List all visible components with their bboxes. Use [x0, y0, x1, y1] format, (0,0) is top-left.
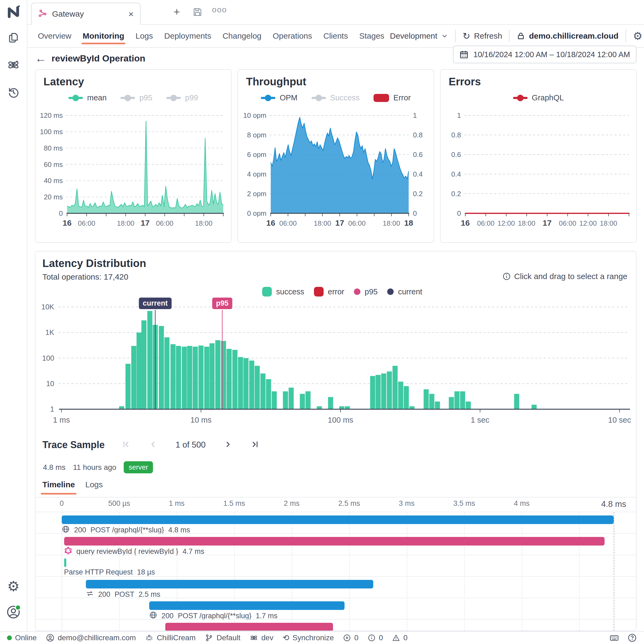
span-bar[interactable]	[64, 537, 605, 546]
nav-overview[interactable]: Overview	[38, 27, 71, 45]
nav-monitoring[interactable]: Monitoring	[83, 27, 124, 45]
tab-timeline[interactable]: Timeline	[42, 480, 75, 489]
calendar-icon	[459, 50, 469, 59]
circle-info-icon	[368, 634, 376, 642]
trace-span-row[interactable]: Parse HTTP Request18 µs	[35, 555, 636, 577]
workspace-item[interactable]: Default	[205, 634, 240, 642]
account-item[interactable]: demo@chillicream.com	[46, 634, 136, 642]
span-bar[interactable]	[165, 623, 333, 631]
more-options-icon[interactable]: ooo	[212, 4, 227, 16]
settings-gear-icon[interactable]: ⚙	[7, 582, 20, 591]
nav-deployments[interactable]: Deployments	[164, 27, 211, 45]
trace-pager: 1 of 500	[122, 440, 259, 450]
nav-stages[interactable]: Stages	[359, 27, 384, 45]
tab-close-icon[interactable]: ×	[128, 9, 134, 19]
svg-text:06:00: 06:00	[279, 219, 297, 227]
refresh-button[interactable]: ↻ Refresh	[463, 31, 502, 41]
tab-logs[interactable]: Logs	[85, 480, 103, 489]
svg-text:2 opm: 2 opm	[247, 190, 266, 198]
svg-text:1: 1	[413, 111, 417, 119]
gateway-graph-icon	[38, 9, 47, 19]
svg-text:0.2: 0.2	[451, 190, 461, 198]
trace-span-row[interactable]: 200POST /graphql/{**slug}1.7 ms	[35, 598, 636, 620]
keyboard-shortcuts-icon[interactable]	[609, 633, 619, 643]
svg-text:06:00: 06:00	[477, 219, 495, 227]
atom-small-icon	[250, 634, 258, 642]
svg-text:0.6: 0.6	[413, 151, 423, 159]
trace-rows[interactable]: 200POST /graphql/{**slug}4.8 msquery rev…	[35, 512, 636, 631]
trace-span-row[interactable]: 200POST /graphql/{**slug}4.8 ms	[35, 512, 636, 534]
svg-text:0 opm: 0 opm	[247, 209, 266, 217]
svg-text:06:00: 06:00	[156, 219, 173, 227]
latency-card: Latency meanp95p99 020 ms40 ms60 ms80 ms…	[35, 69, 232, 243]
trace-span-row[interactable]: query reviewById { reviewById }4.7 ms	[35, 533, 636, 555]
lock-icon	[517, 32, 525, 40]
user-avatar[interactable]	[6, 605, 21, 619]
span-bar[interactable]	[86, 580, 373, 588]
warning-count[interactable]: 0	[392, 634, 408, 642]
svg-text:06:00: 06:00	[348, 219, 366, 227]
back-arrow-icon[interactable]: ←	[35, 52, 47, 65]
throughput-chart[interactable]: 0 opm02 opm0.24 opm0.46 opm0.68 opm0.810…	[238, 70, 435, 244]
marker-current: current	[139, 298, 171, 309]
history-icon[interactable]	[7, 86, 20, 99]
divider	[625, 30, 626, 42]
nav-operations[interactable]: Operations	[273, 27, 312, 45]
nav-logs[interactable]: Logs	[136, 27, 153, 45]
svg-text:12:00: 12:00	[497, 219, 515, 227]
latency-distribution-chart[interactable]: 1101001K10K1 ms10 ms100 ms1 sec10 sec	[35, 294, 636, 435]
svg-text:0.2: 0.2	[413, 190, 423, 198]
environment-select[interactable]: Development	[390, 31, 448, 41]
svg-text:06:00: 06:00	[559, 219, 576, 227]
errors-chart[interactable]: 00.20.40.60.811606:0012:0018:001706:0012…	[441, 70, 637, 244]
nitro-logo	[6, 4, 21, 19]
pager-next-icon[interactable]	[224, 440, 232, 450]
trace-span-row[interactable]	[35, 619, 636, 631]
svg-text:0.8: 0.8	[413, 131, 423, 139]
gateway-endpoint[interactable]: demo.chillicream.cloud	[517, 31, 618, 41]
svg-text:10 ms: 10 ms	[191, 416, 212, 424]
latency-chart[interactable]: 020 ms40 ms60 ms80 ms100 ms120 ms1606:00…	[35, 70, 232, 244]
svg-text:18:00: 18:00	[117, 219, 134, 227]
span-bar[interactable]	[62, 515, 614, 524]
svg-text:10: 10	[46, 380, 54, 388]
errors-card: Errors GraphQL 00.20.40.60.811606:0012:0…	[440, 69, 637, 243]
pager-first-icon[interactable]	[122, 440, 130, 450]
trace-span-row[interactable]: 200POST2.5 ms	[35, 576, 636, 598]
svg-text:16: 16	[461, 218, 470, 227]
help-icon[interactable]	[627, 633, 637, 643]
ruler-label: 2 ms	[284, 499, 300, 508]
organization-item[interactable]: ChilliCream	[145, 634, 196, 642]
pager-prev-icon[interactable]	[149, 440, 157, 450]
date-range-picker[interactable]: 10/16/2024 12:00 AM – 10/18/2024 12:00 A…	[453, 46, 636, 63]
svg-text:120 ms: 120 ms	[40, 111, 63, 119]
page-title: reviewById Operation	[52, 53, 145, 64]
svg-text:4 opm: 4 opm	[247, 170, 266, 178]
error-count[interactable]: 0	[343, 634, 358, 642]
tab-gateway[interactable]: Gateway ×	[31, 3, 141, 25]
synchronize-item[interactable]: ⟲ Synchronize	[283, 633, 334, 642]
pager-last-icon[interactable]	[251, 440, 259, 450]
svg-text:100 ms: 100 ms	[328, 416, 353, 424]
nav-changelog[interactable]: Changelog	[222, 27, 261, 45]
documents-icon[interactable]	[7, 32, 20, 44]
svg-text:17: 17	[543, 218, 551, 227]
nav-clients[interactable]: Clients	[323, 27, 348, 45]
svg-text:1: 1	[50, 405, 54, 413]
info-count[interactable]: 0	[368, 634, 383, 642]
new-tab-button[interactable]: +	[174, 6, 180, 18]
atom-icon[interactable]	[7, 58, 20, 71]
svg-text:1: 1	[457, 111, 461, 119]
main-nav: Overview Monitoring Logs Deployments Cha…	[27, 25, 644, 48]
svg-text:17: 17	[141, 218, 149, 227]
span-bar[interactable]	[149, 601, 345, 610]
environment-item[interactable]: dev	[250, 634, 273, 642]
svg-text:100: 100	[42, 354, 54, 362]
divider	[35, 497, 636, 497]
ruler-label: 3.5 ms	[453, 499, 475, 508]
span-bar[interactable]	[64, 558, 66, 567]
ruler-label: 1.5 ms	[223, 499, 245, 508]
ruler-label: 500 µs	[108, 499, 130, 508]
save-icon[interactable]	[192, 7, 203, 19]
gear-icon[interactable]: ⚙	[633, 31, 643, 41]
